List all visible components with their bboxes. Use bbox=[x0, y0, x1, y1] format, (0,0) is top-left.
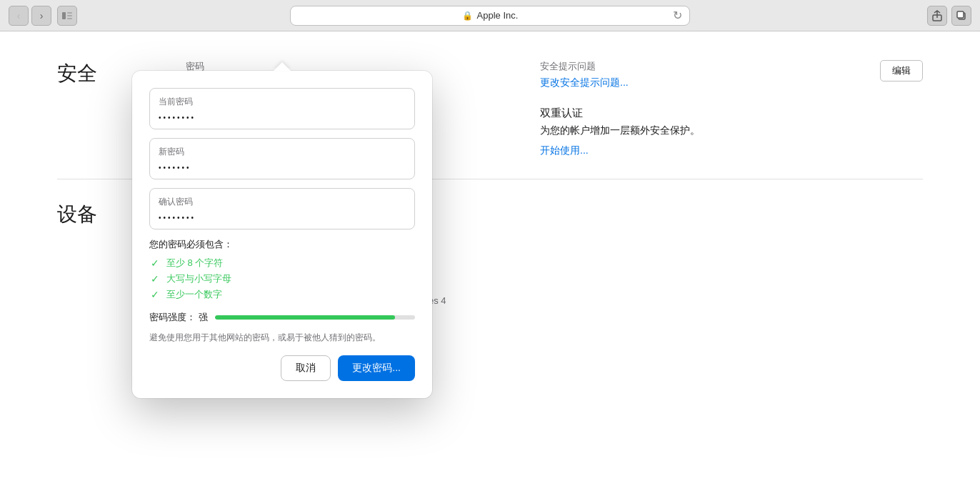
browser-chrome: ‹ › 🔒 Apple Inc. ↻ bbox=[0, 0, 980, 31]
lock-icon: 🔒 bbox=[462, 11, 473, 21]
strength-row: 密码强度： 强 bbox=[149, 311, 415, 324]
confirm-password-group: 确认密码 •••••••• bbox=[149, 188, 415, 229]
new-password-label: 新密码 bbox=[159, 146, 406, 158]
forward-button[interactable]: › bbox=[31, 6, 51, 26]
current-password-value[interactable]: •••••••• bbox=[159, 111, 406, 122]
browser-actions bbox=[927, 6, 971, 26]
req-text-3: 至少一个数字 bbox=[166, 288, 222, 301]
warning-text: 避免使用您用于其他网站的密码，或易于被他人猜到的密码。 bbox=[149, 331, 415, 344]
modal-buttons: 取消 更改密码... bbox=[149, 355, 415, 381]
modal-overlay: 当前密码 •••••••• 新密码 ••••••• 确认密码 •••••••• bbox=[0, 31, 980, 494]
current-password-group: 当前密码 •••••••• bbox=[149, 88, 415, 129]
strength-bar bbox=[215, 315, 415, 320]
req-check-3: ✓ bbox=[149, 289, 161, 300]
sidebar-button[interactable] bbox=[57, 6, 77, 26]
confirm-password-value[interactable]: •••••••• bbox=[159, 211, 406, 222]
cancel-button[interactable]: 取消 bbox=[281, 355, 331, 381]
new-password-value[interactable]: ••••••• bbox=[159, 161, 406, 172]
submit-button[interactable]: 更改密码... bbox=[338, 355, 415, 381]
requirement-1: ✓ 至少 8 个字符 bbox=[149, 257, 415, 270]
new-password-group: 新密码 ••••••• bbox=[149, 138, 415, 179]
share-button[interactable] bbox=[927, 6, 947, 26]
page-content: 安全 密码 更改密码... 安全提示问题 更改安全提示问题... 双重认证 为您… bbox=[0, 31, 980, 494]
svg-rect-0 bbox=[62, 12, 66, 19]
duplicate-button[interactable] bbox=[951, 6, 971, 26]
new-password-field-wrapper: 新密码 ••••••• bbox=[149, 138, 415, 179]
back-button[interactable]: ‹ bbox=[9, 6, 29, 26]
confirm-password-field-wrapper: 确认密码 •••••••• bbox=[149, 188, 415, 229]
url-text: Apple Inc. bbox=[477, 10, 519, 21]
req-check-2: ✓ bbox=[149, 273, 161, 285]
strength-value: 强 bbox=[199, 312, 208, 322]
svg-rect-2 bbox=[67, 15, 72, 16]
modal-arrow bbox=[274, 62, 291, 71]
svg-rect-6 bbox=[957, 11, 964, 18]
confirm-password-label: 确认密码 bbox=[159, 196, 406, 208]
current-password-field-wrapper: 当前密码 •••••••• bbox=[149, 88, 415, 129]
requirements-section: 您的密码必须包含： ✓ 至少 8 个字符 ✓ 大写与小写字母 ✓ 至少一个数字 bbox=[149, 238, 415, 301]
req-check-1: ✓ bbox=[149, 257, 161, 269]
req-text-1: 至少 8 个字符 bbox=[166, 257, 223, 270]
requirement-2: ✓ 大写与小写字母 bbox=[149, 272, 415, 285]
password-modal: 当前密码 •••••••• 新密码 ••••••• 确认密码 •••••••• bbox=[132, 71, 432, 398]
svg-rect-3 bbox=[67, 18, 72, 19]
reload-button[interactable]: ↻ bbox=[673, 9, 682, 22]
requirement-3: ✓ 至少一个数字 bbox=[149, 288, 415, 301]
strength-label: 密码强度： 强 bbox=[149, 311, 208, 324]
strength-bar-fill bbox=[215, 315, 395, 320]
requirements-title: 您的密码必须包含： bbox=[149, 238, 415, 251]
svg-rect-1 bbox=[67, 12, 72, 14]
req-text-2: 大写与小写字母 bbox=[166, 272, 231, 285]
address-bar[interactable]: 🔒 Apple Inc. ↻ bbox=[290, 6, 690, 26]
current-password-label: 当前密码 bbox=[159, 96, 406, 108]
nav-buttons: ‹ › bbox=[9, 6, 51, 26]
